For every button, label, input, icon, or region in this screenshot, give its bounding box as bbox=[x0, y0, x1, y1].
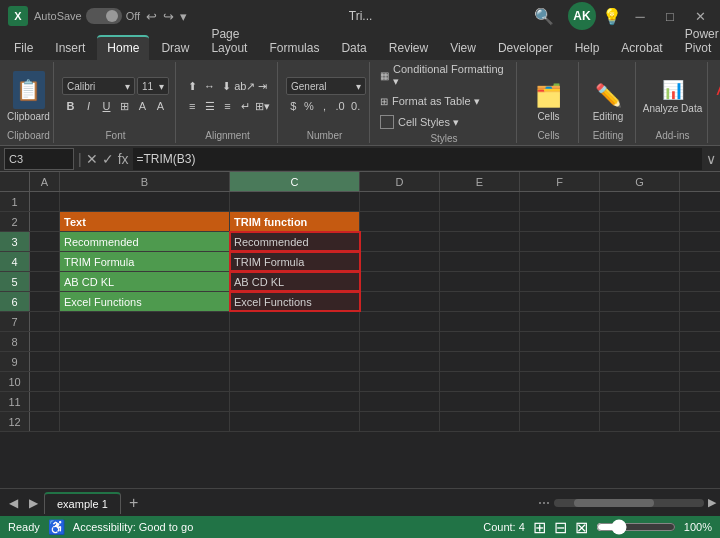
analyze-data-button[interactable]: 📊 Analyze Data bbox=[643, 70, 703, 122]
font-size-dropdown[interactable]: 11▾ bbox=[137, 77, 169, 95]
add-sheet-button[interactable]: + bbox=[123, 492, 145, 514]
align-top-button[interactable]: ⬆ bbox=[184, 77, 200, 95]
cell-g3[interactable] bbox=[600, 232, 680, 251]
cell-d6[interactable] bbox=[360, 292, 440, 311]
format-as-table-button[interactable]: ⊞ Format as Table ▾ bbox=[376, 93, 512, 110]
sheet-tab-example1[interactable]: example 1 bbox=[44, 492, 121, 514]
cell-d8[interactable] bbox=[360, 332, 440, 351]
search-icon[interactable]: 🔍 bbox=[534, 7, 554, 26]
col-header-e[interactable]: E bbox=[440, 172, 520, 191]
tab-view[interactable]: View bbox=[440, 37, 486, 60]
cell-f6[interactable] bbox=[520, 292, 600, 311]
border-button[interactable]: ⊞ bbox=[116, 97, 133, 115]
page-layout-icon[interactable]: ⊟ bbox=[554, 518, 567, 537]
cell-d11[interactable] bbox=[360, 392, 440, 411]
tab-file[interactable]: File bbox=[4, 37, 43, 60]
row-num-8[interactable]: 8 bbox=[0, 332, 30, 351]
row-num-4[interactable]: 4 bbox=[0, 252, 30, 271]
cell-b4[interactable]: TRIM Formula bbox=[60, 252, 230, 271]
cell-f12[interactable] bbox=[520, 412, 600, 431]
function-icon[interactable]: fx bbox=[118, 151, 129, 167]
cell-f3[interactable] bbox=[520, 232, 600, 251]
normal-view-icon[interactable]: ⊞ bbox=[533, 518, 546, 537]
cells-icon[interactable]: 🗂️ Cells bbox=[529, 76, 569, 128]
cell-e7[interactable] bbox=[440, 312, 520, 331]
cell-a6[interactable] bbox=[30, 292, 60, 311]
cell-f10[interactable] bbox=[520, 372, 600, 391]
page-break-icon[interactable]: ⊠ bbox=[575, 518, 588, 537]
more-commands-button[interactable]: ▾ bbox=[180, 9, 187, 24]
cell-e11[interactable] bbox=[440, 392, 520, 411]
cell-f9[interactable] bbox=[520, 352, 600, 371]
cell-f5[interactable] bbox=[520, 272, 600, 291]
sheet-more-icon[interactable]: ⋯ bbox=[538, 496, 550, 510]
cell-g12[interactable] bbox=[600, 412, 680, 431]
sheet-nav-left[interactable]: ◀ bbox=[4, 494, 22, 512]
minimize-button[interactable]: ─ bbox=[628, 4, 652, 28]
cell-a2[interactable] bbox=[30, 212, 60, 231]
row-num-3[interactable]: 3 bbox=[0, 232, 30, 251]
cell-d7[interactable] bbox=[360, 312, 440, 331]
cell-b8[interactable] bbox=[60, 332, 230, 351]
cell-e9[interactable] bbox=[440, 352, 520, 371]
cell-c4[interactable]: TRIM Formula bbox=[230, 252, 360, 271]
align-middle-button[interactable]: ↔ bbox=[201, 77, 217, 95]
cell-g1[interactable] bbox=[600, 192, 680, 211]
cell-a1[interactable] bbox=[30, 192, 60, 211]
row-num-1[interactable]: 1 bbox=[0, 192, 30, 211]
row-num-11[interactable]: 11 bbox=[0, 392, 30, 411]
paste-button[interactable]: 📋 Clipboard bbox=[9, 70, 49, 122]
cell-f7[interactable] bbox=[520, 312, 600, 331]
cell-g11[interactable] bbox=[600, 392, 680, 411]
cell-g2[interactable] bbox=[600, 212, 680, 231]
bold-button[interactable]: B bbox=[62, 97, 79, 115]
cell-e4[interactable] bbox=[440, 252, 520, 271]
row-num-2[interactable]: 2 bbox=[0, 212, 30, 231]
cell-c3[interactable]: Recommended bbox=[230, 232, 360, 251]
align-center-button[interactable]: ☰ bbox=[202, 97, 219, 115]
col-header-f[interactable]: F bbox=[520, 172, 600, 191]
cell-f4[interactable] bbox=[520, 252, 600, 271]
formula-expand-button[interactable]: ∨ bbox=[706, 151, 716, 167]
cell-a12[interactable] bbox=[30, 412, 60, 431]
row-num-5[interactable]: 5 bbox=[0, 272, 30, 291]
cell-g5[interactable] bbox=[600, 272, 680, 291]
wrap-text-button[interactable]: ↵ bbox=[237, 97, 254, 115]
cell-b7[interactable] bbox=[60, 312, 230, 331]
col-header-b[interactable]: B bbox=[60, 172, 230, 191]
fill-color-button[interactable]: A bbox=[134, 97, 151, 115]
tab-draw[interactable]: Draw bbox=[151, 37, 199, 60]
italic-button[interactable]: I bbox=[80, 97, 97, 115]
cell-g4[interactable] bbox=[600, 252, 680, 271]
zoom-slider[interactable] bbox=[596, 519, 676, 535]
row-num-7[interactable]: 7 bbox=[0, 312, 30, 331]
cell-c2[interactable]: TRIM function bbox=[230, 212, 360, 231]
cell-a4[interactable] bbox=[30, 252, 60, 271]
cell-g8[interactable] bbox=[600, 332, 680, 351]
font-color-button[interactable]: A bbox=[152, 97, 169, 115]
cell-d4[interactable] bbox=[360, 252, 440, 271]
lightbulb-icon[interactable]: 💡 bbox=[602, 7, 622, 26]
merge-button[interactable]: ⊞▾ bbox=[254, 97, 271, 115]
underline-button[interactable]: U bbox=[98, 97, 115, 115]
cell-a9[interactable] bbox=[30, 352, 60, 371]
tab-formulas[interactable]: Formulas bbox=[259, 37, 329, 60]
cell-d2[interactable] bbox=[360, 212, 440, 231]
currency-button[interactable]: $ bbox=[286, 97, 301, 115]
cell-a3[interactable] bbox=[30, 232, 60, 251]
undo-button[interactable]: ↩ bbox=[146, 9, 157, 24]
cell-a8[interactable] bbox=[30, 332, 60, 351]
cell-e8[interactable] bbox=[440, 332, 520, 351]
align-right-button[interactable]: ≡ bbox=[219, 97, 236, 115]
tab-page-layout[interactable]: Page Layout bbox=[201, 23, 257, 60]
cell-a5[interactable] bbox=[30, 272, 60, 291]
acrobat-addon-button[interactable]: Ado... Acrob... bbox=[715, 70, 720, 122]
formula-input[interactable] bbox=[133, 148, 702, 170]
scroll-thumb[interactable] bbox=[574, 499, 654, 507]
tab-help[interactable]: Help bbox=[565, 37, 610, 60]
row-num-9[interactable]: 9 bbox=[0, 352, 30, 371]
cell-f1[interactable] bbox=[520, 192, 600, 211]
number-format-dropdown[interactable]: General▾ bbox=[286, 77, 366, 95]
align-bottom-button[interactable]: ⬇ bbox=[219, 77, 235, 95]
cell-c6[interactable]: Excel Functions bbox=[230, 292, 360, 311]
